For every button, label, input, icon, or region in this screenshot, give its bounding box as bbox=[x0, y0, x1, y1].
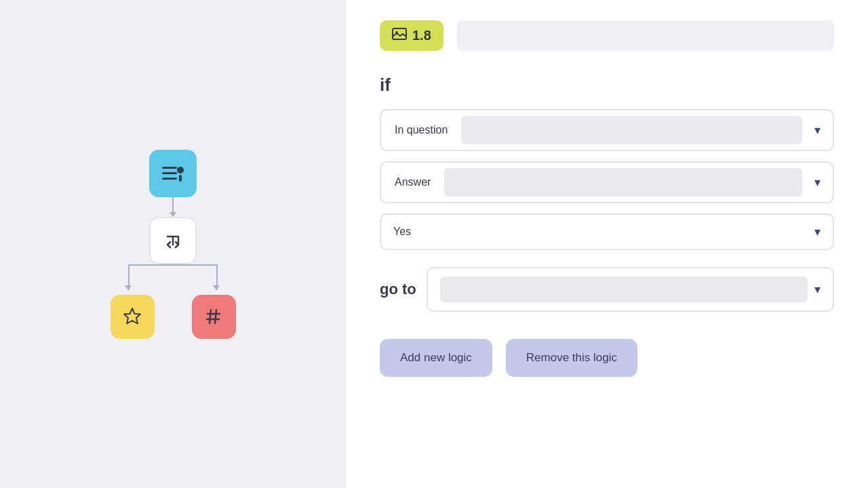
svg-rect-0 bbox=[162, 167, 177, 169]
yes-chevron: ▾ bbox=[814, 224, 821, 239]
branch-arrow-right bbox=[213, 285, 220, 290]
branch-arrow-left bbox=[125, 285, 132, 290]
goto-chevron: ▾ bbox=[814, 282, 821, 297]
connector-line-1 bbox=[172, 197, 174, 212]
if-label: if bbox=[380, 75, 834, 96]
flow-diagram bbox=[111, 150, 236, 339]
in-question-label: In question bbox=[381, 115, 461, 146]
answer-chevron: ▾ bbox=[802, 165, 833, 199]
in-question-chevron: ▾ bbox=[802, 113, 833, 147]
arrow-down-1 bbox=[170, 212, 176, 217]
right-panel: 1.8 if In question ▾ Answer ▾ Yes ▾ go t… bbox=[346, 0, 868, 488]
yes-label: Yes bbox=[393, 226, 814, 238]
goto-value bbox=[440, 277, 808, 302]
goto-row: go to ▾ bbox=[380, 267, 834, 312]
svg-rect-1 bbox=[162, 172, 177, 174]
svg-line-5 bbox=[210, 310, 211, 323]
top-bar: 1.8 bbox=[380, 20, 834, 51]
remove-logic-button[interactable]: Remove this logic bbox=[506, 339, 637, 377]
h-line bbox=[129, 264, 217, 266]
svg-rect-4 bbox=[179, 175, 182, 182]
answer-value bbox=[444, 168, 802, 197]
add-logic-button[interactable]: Add new logic bbox=[380, 339, 492, 377]
svg-rect-2 bbox=[162, 178, 177, 180]
branch-nodes bbox=[111, 295, 236, 339]
node-bottom-right[interactable] bbox=[192, 295, 236, 339]
svg-point-3 bbox=[177, 167, 184, 174]
left-panel bbox=[0, 0, 346, 488]
node-middle[interactable] bbox=[149, 217, 197, 264]
yes-dropdown[interactable]: Yes ▾ bbox=[380, 214, 834, 250]
step-title-bar bbox=[457, 20, 834, 51]
svg-rect-9 bbox=[393, 28, 406, 39]
goto-label: go to bbox=[380, 281, 416, 298]
in-question-dropdown[interactable]: In question ▾ bbox=[380, 109, 834, 151]
answer-label: Answer bbox=[381, 167, 444, 198]
image-icon bbox=[392, 27, 407, 44]
node-bottom-left[interactable] bbox=[111, 295, 155, 339]
node-top[interactable] bbox=[149, 150, 197, 197]
svg-line-6 bbox=[215, 310, 216, 323]
step-number: 1.8 bbox=[412, 28, 431, 43]
branch-lines bbox=[117, 264, 229, 295]
step-badge[interactable]: 1.8 bbox=[380, 20, 443, 51]
answer-dropdown[interactable]: Answer ▾ bbox=[380, 161, 834, 203]
button-row: Add new logic Remove this logic bbox=[380, 339, 834, 377]
in-question-value bbox=[461, 116, 802, 144]
goto-dropdown[interactable]: ▾ bbox=[427, 267, 834, 312]
